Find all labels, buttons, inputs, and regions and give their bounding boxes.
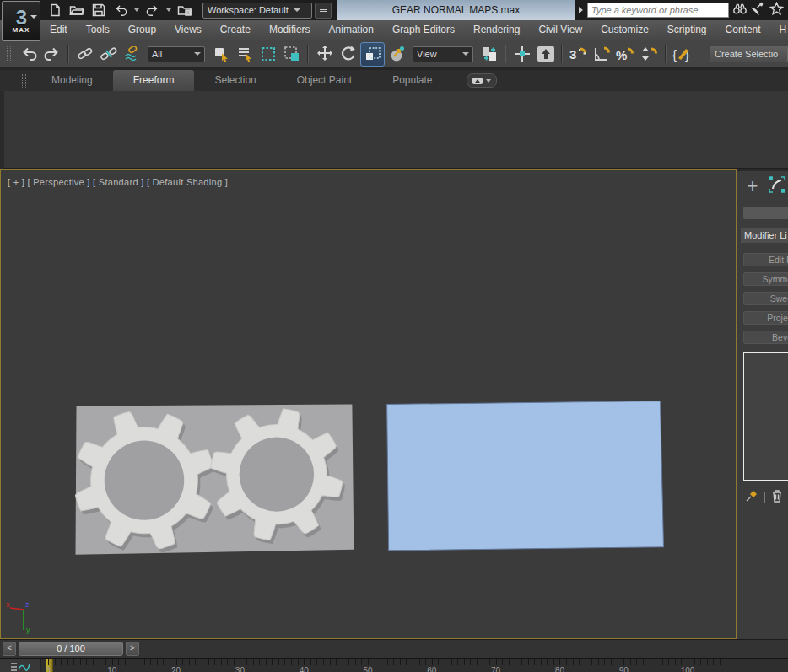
- ribbon-tab-modeling[interactable]: Modeling: [31, 70, 113, 91]
- ribbon-tab-selection[interactable]: Selection: [194, 70, 276, 91]
- frame-display[interactable]: 0 / 100: [19, 642, 123, 656]
- menu-item-customize[interactable]: Customize: [591, 20, 658, 40]
- ribbon-tab-populate[interactable]: Populate: [372, 70, 452, 91]
- communication-center-icon[interactable]: [751, 2, 768, 19]
- select-object-icon[interactable]: [209, 43, 232, 66]
- percent-snap-toggle-icon[interactable]: %: [614, 43, 637, 66]
- ruler-tick: [86, 659, 87, 665]
- angle-snap-toggle-icon[interactable]: [591, 43, 613, 66]
- select-and-place-icon[interactable]: [386, 43, 408, 66]
- search-input[interactable]: [587, 3, 729, 18]
- rectangular-selection-region-icon[interactable]: [256, 43, 279, 66]
- modifier-button-swee[interactable]: Swee: [743, 292, 788, 305]
- redo-icon[interactable]: [143, 2, 162, 19]
- snaps-toggle-3d-icon[interactable]: 3: [567, 43, 590, 66]
- bind-to-space-warp-icon[interactable]: [121, 43, 143, 66]
- undo-dropdown-icon[interactable]: [134, 8, 139, 12]
- open-file-icon[interactable]: [67, 2, 86, 19]
- toolbar-grip[interactable]: [7, 46, 11, 62]
- modifier-button-symme[interactable]: Symme: [743, 272, 788, 286]
- object-name-field[interactable]: [743, 207, 788, 219]
- select-and-move-icon[interactable]: [313, 43, 336, 66]
- pin-stack-icon[interactable]: [745, 489, 758, 506]
- ruler-tick: [214, 659, 215, 665]
- ribbon-minimize-button[interactable]: [467, 73, 497, 88]
- ruler-tick: [675, 659, 676, 665]
- remove-modifier-trash-icon[interactable]: [771, 489, 783, 506]
- project-folder-icon[interactable]: [175, 2, 194, 19]
- undo-icon[interactable]: [111, 2, 130, 19]
- use-pivot-point-center-icon[interactable]: [478, 43, 500, 66]
- modifier-button-edit-p[interactable]: Edit P: [743, 253, 788, 266]
- ruler-tick: [464, 659, 465, 665]
- menu-item-create[interactable]: Create: [211, 20, 260, 40]
- selection-filter-dropdown[interactable]: All: [148, 46, 205, 62]
- unlink-selection-icon[interactable]: [97, 43, 120, 66]
- menu-item-h[interactable]: H: [770, 20, 788, 40]
- create-tab-icon[interactable]: +: [743, 178, 762, 195]
- ruler-tick: [643, 659, 644, 665]
- ruler-tick: [336, 659, 337, 665]
- time-slider-row: < 0 / 100 >: [0, 639, 788, 658]
- menu-item-civil-view[interactable]: Civil View: [529, 20, 591, 40]
- redo-dropdown-icon[interactable]: [166, 8, 171, 12]
- ruler-tick: [163, 659, 164, 665]
- ruler-tick: [259, 659, 260, 665]
- undo-scene-icon[interactable]: [17, 43, 40, 66]
- perspective-viewport[interactable]: [ + ] [ Perspective ] [ Standard ] [ Def…: [0, 169, 737, 639]
- menu-item-group[interactable]: Group: [119, 20, 165, 40]
- caret-down-icon: [462, 52, 469, 56]
- previous-frame-button[interactable]: <: [3, 642, 16, 656]
- select-by-name-icon[interactable]: [233, 43, 256, 66]
- ruler-tick: [67, 659, 68, 665]
- menu-item-content[interactable]: Content: [716, 20, 770, 40]
- ruler-tick: [170, 659, 170, 665]
- modify-tab-icon[interactable]: [769, 176, 785, 196]
- select-and-link-icon[interactable]: [73, 43, 96, 66]
- menu-item-graph-editors[interactable]: Graph Editors: [383, 20, 464, 40]
- favorites-star-icon[interactable]: [769, 2, 786, 19]
- menu-item-tools[interactable]: Tools: [77, 20, 119, 40]
- modifier-button-projec[interactable]: Projec: [743, 311, 788, 325]
- named-selection-set-field[interactable]: Create Selectio: [710, 46, 788, 62]
- menu-item-edit[interactable]: Edit: [40, 20, 77, 40]
- edit-named-selection-sets-icon[interactable]: {}: [671, 43, 694, 66]
- workspace-menu-button[interactable]: [315, 3, 332, 19]
- ruler-tick: [457, 659, 458, 665]
- modifier-stack-list[interactable]: [743, 352, 788, 481]
- window-crossing-toggle-icon[interactable]: [280, 43, 303, 66]
- blue-plane-object[interactable]: [387, 401, 664, 550]
- keyboard-shortcut-override-toggle-icon[interactable]: [534, 43, 557, 66]
- next-frame-button[interactable]: >: [126, 642, 139, 656]
- search-history-arrow[interactable]: [575, 0, 586, 20]
- menu-item-views[interactable]: Views: [165, 20, 211, 40]
- ruler-tick: [579, 659, 580, 665]
- select-and-scale-button[interactable]: [360, 42, 385, 67]
- ribbon-grip[interactable]: [22, 74, 26, 88]
- search-binoculars-icon[interactable]: [732, 2, 749, 19]
- ribbon-tab-freeform[interactable]: Freeform: [113, 70, 195, 91]
- ruler-tick: [304, 659, 305, 665]
- ruler-tick: [451, 659, 452, 665]
- redo-scene-icon[interactable]: [40, 43, 63, 66]
- menu-item-scripting[interactable]: Scripting: [658, 20, 716, 40]
- application-menu-button[interactable]: 3 MAX: [2, 1, 40, 41]
- menu-item-animation[interactable]: Animation: [320, 20, 383, 40]
- workspace-dropdown[interactable]: Workspace: Default: [202, 3, 312, 19]
- modifier-list-dropdown[interactable]: Modifier Li: [741, 228, 788, 243]
- menu-item-rendering[interactable]: Rendering: [464, 20, 529, 40]
- timeline-ruler[interactable]: 0102030405060708090100: [40, 659, 788, 672]
- menu-item-modifiers[interactable]: Modifiers: [260, 20, 320, 40]
- viewport-label[interactable]: [ + ] [ Perspective ] [ Standard ] [ Def…: [8, 177, 228, 187]
- select-and-manipulate-icon[interactable]: [510, 43, 533, 66]
- ruler-tick: [100, 659, 100, 665]
- select-and-rotate-icon[interactable]: [337, 43, 359, 66]
- ruler-tick: [387, 659, 388, 665]
- save-file-icon[interactable]: [89, 2, 108, 19]
- modifier-button-beve[interactable]: Beve: [743, 331, 788, 344]
- ribbon-tab-object-paint[interactable]: Object Paint: [277, 70, 372, 91]
- mini-curve-editor-button[interactable]: [0, 659, 41, 672]
- reference-coordinate-system-dropdown[interactable]: View: [413, 46, 473, 62]
- spinner-snap-toggle-icon[interactable]: [638, 43, 661, 66]
- new-file-icon[interactable]: [46, 2, 64, 19]
